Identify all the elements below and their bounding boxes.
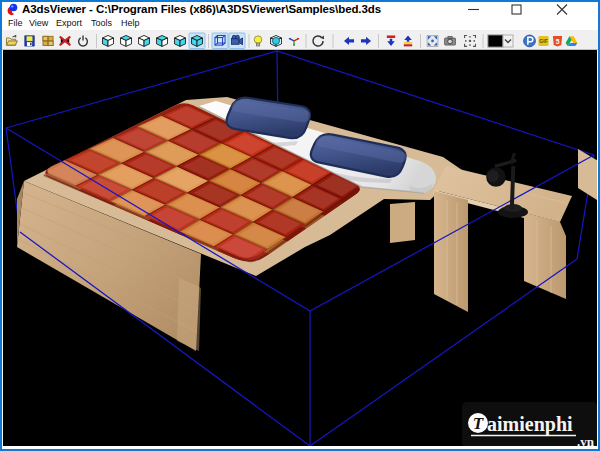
svg-text:aimienphi: aimienphi [487, 413, 573, 436]
svg-text:.vn: .vn [577, 434, 595, 446]
svg-text:5: 5 [556, 38, 560, 45]
svg-text:GIF: GIF [539, 38, 547, 44]
svg-text:T: T [473, 414, 484, 433]
